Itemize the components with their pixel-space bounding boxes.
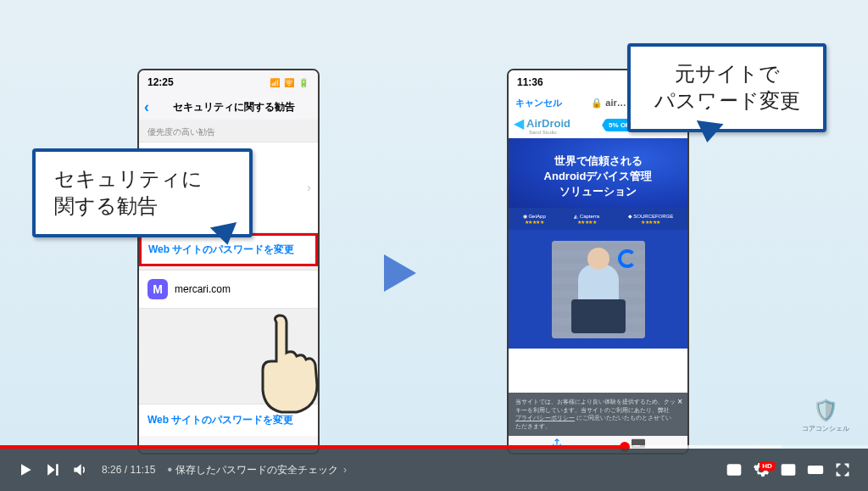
play-button[interactable] [12,456,39,483]
nav-title: セキュリティに関する勧告 [154,100,313,114]
privacy-policy-link[interactable]: プライバシーポリシー [515,415,575,421]
chapter-separator: • [167,462,172,477]
mercari-domain-label: mercari.com [175,283,231,295]
status-time: 12:25 [147,76,174,88]
back-chevron-icon[interactable]: ‹ [144,98,149,116]
nav-bar: ‹ セキュリティに関する勧告 [139,94,318,120]
svg-rect-2 [728,465,741,475]
channel-watermark[interactable]: 🛡️ コアコンシェル [802,399,849,433]
rating-sourceforge: ◆ SOURCEFORGE★★★★★ [628,213,674,225]
svg-rect-5 [809,466,823,473]
cancel-button[interactable]: キャンセル [515,97,562,109]
svg-rect-4 [788,469,793,473]
ratings-row: ◉ GetApp★★★★★ ◭ Capterra★★★★★ ◆ SOURCEFO… [509,208,687,230]
callout-right: 元サイトで パスワード変更 [627,43,826,132]
status-bar: 12:25 📶 🛜 🔋 [139,70,318,94]
section-header: 優先度の高い勧告 [139,120,318,142]
callout-tail-icon [693,120,723,144]
rating-capterra: ◭ Capterra★★★★★ [574,213,599,225]
status-time: 11:36 [517,76,543,88]
callout-left: セキュリティに 関する勧告 [32,148,253,237]
fullscreen-button[interactable] [829,456,856,483]
status-indicators-icon: 📶 🛜 🔋 [270,78,309,87]
next-button[interactable] [39,456,66,483]
time-display: 8:26 / 11:15 [102,464,155,476]
close-icon[interactable]: × [677,396,682,408]
mercari-entry[interactable]: M mercari.com [139,270,318,309]
arrow-right-icon [384,254,416,292]
hd-badge: HD [760,461,775,471]
miniplayer-button[interactable] [775,456,802,483]
mercari-icon: M [147,279,168,299]
video-content: 12:25 📶 🛜 🔋 ‹ セキュリティに関する勧告 優先度の高い勧告 › We… [0,0,868,449]
chevron-right-icon: › [307,181,311,194]
player-controls: 8:26 / 11:15 • 保存したパスワードの安全チェック › HD [0,449,868,491]
subtitles-button[interactable] [721,456,748,483]
theater-button[interactable] [802,456,829,483]
hero-heading: 世界で信頼される Androidデバイス管理 ソリューション [509,138,687,208]
watermark-icon: 🛡️ [802,399,849,422]
volume-button[interactable] [66,456,93,483]
paper-plane-icon: ◀ [514,115,524,131]
chapter-title[interactable]: 保存したパスワードの安全チェック [175,463,338,477]
chevron-right-icon[interactable]: › [343,464,347,476]
cookie-banner: 当サイトでは、お客様により良い体験を提供するため、クッキーを利用しています。当サ… [509,393,687,436]
rating-getapp: ◉ GetApp★★★★★ [523,213,546,225]
pointing-hand-icon [251,314,327,416]
hero-image [509,230,687,349]
settings-button[interactable]: HD [748,456,775,483]
